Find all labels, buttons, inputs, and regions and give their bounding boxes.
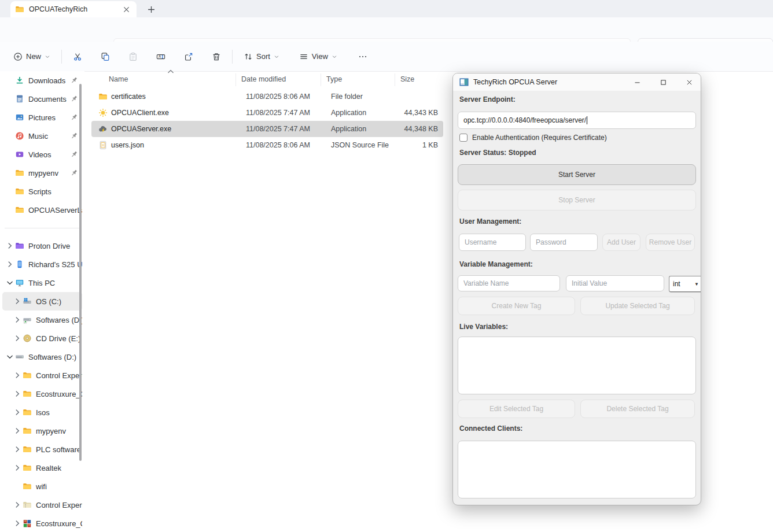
chevron-right-icon[interactable] (5, 260, 15, 269)
sidebar-item[interactable]: Softwares (D:) (2, 311, 82, 329)
initial-value-input[interactable] (572, 279, 658, 287)
file-row[interactable]: certificates 11/08/2025 8:06 AM File fol… (91, 88, 443, 105)
username-field[interactable] (459, 234, 526, 251)
column-separator (321, 73, 321, 86)
svg-text:0: 0 (102, 143, 104, 147)
chevron-right-icon[interactable] (12, 519, 23, 528)
sidebar-item[interactable]: CD Drive (E:) (2, 329, 82, 348)
tab-close-icon[interactable] (120, 3, 132, 15)
sidebar-item[interactable]: Realtek (2, 459, 82, 477)
chevron-down-icon (332, 54, 337, 60)
sidebar-item[interactable]: mypyenv (2, 422, 82, 440)
chevron-right-icon[interactable] (12, 426, 23, 435)
sidebar-item[interactable]: mypyenv (2, 164, 82, 182)
initial-value-field[interactable] (566, 275, 664, 291)
chevron-right-icon[interactable] (12, 315, 23, 324)
sidebar-item[interactable]: PLC software (2, 440, 82, 459)
opcua-server-dialog: TechyRich OPCUA Server Server Endpoint: … (452, 73, 701, 505)
sidebar-item[interactable]: This PC (2, 274, 82, 292)
type-dropdown[interactable]: int ▼ (669, 276, 701, 292)
var-mgmt-label: Variable Management: (459, 260, 533, 268)
sidebar-item[interactable]: Isos (2, 403, 82, 422)
drive-shortcut-icon (23, 315, 32, 324)
sidebar-item[interactable]: Scripts (2, 182, 82, 201)
chevron-right-icon[interactable] (12, 371, 23, 380)
sidebar-item[interactable]: wifi (2, 477, 82, 496)
file-row[interactable]: 0 users.json 11/08/2025 8:06 AM JSON Sou… (91, 137, 443, 153)
variable-name-field[interactable] (458, 275, 560, 291)
start-server-button[interactable]: Start Server (458, 164, 696, 185)
maximize-icon[interactable] (654, 75, 672, 90)
sidebar-item[interactable]: OS (C:) (2, 292, 82, 311)
delete-button[interactable] (207, 47, 226, 66)
cloud-app-icon (98, 124, 108, 134)
column-headers: Name Date modified Type Size (87, 71, 447, 88)
sidebar-item[interactable]: Control Expert (2, 366, 82, 385)
chevron-right-icon[interactable] (12, 445, 23, 454)
column-header-size[interactable]: Size (400, 75, 414, 83)
folder-icon (15, 187, 24, 196)
tab-bar: OPCUATechyRich (0, 0, 773, 17)
sidebar-item[interactable]: Richard's S25 Ul (2, 255, 82, 274)
user-mgmt-label: User Management: (459, 217, 521, 226)
sort-button[interactable]: Sort (238, 47, 285, 66)
variable-name-input[interactable] (463, 279, 554, 287)
sidebar-item[interactable]: Softwares (D:) (2, 348, 82, 366)
sidebar-item[interactable]: Documents (2, 90, 82, 108)
live-variables-listbox[interactable] (458, 337, 696, 394)
folder-zip-icon (23, 500, 32, 509)
sidebar-item[interactable]: Ecostruxure_C (2, 385, 82, 403)
folder-icon (23, 408, 32, 417)
chevron-right-icon[interactable] (12, 408, 23, 417)
text-caret (587, 116, 587, 124)
endpoint-input[interactable]: opc.tcp://0.0.0.0:4840/freeopcua/server/ (458, 112, 696, 129)
rename-button[interactable]: A (151, 47, 171, 66)
navigation-pane: Downloads Documents Pictures Music Video… (0, 71, 84, 532)
folder-icon (23, 389, 32, 398)
file-row[interactable]: OPCUAServer.exe 11/08/2025 7:47 AM Appli… (91, 121, 443, 137)
more-options-button[interactable] (353, 47, 373, 66)
new-button[interactable]: New (8, 47, 56, 66)
chevron-right-icon[interactable] (12, 297, 23, 306)
chevron-right-icon[interactable] (12, 389, 23, 398)
chevron-right-icon[interactable] (12, 500, 23, 509)
column-header-type[interactable]: Type (326, 75, 342, 83)
sidebar-item[interactable]: OPCUAServerLa (2, 201, 82, 219)
proton-folder-icon (15, 241, 24, 250)
cut-button[interactable] (68, 47, 87, 66)
remove-user-button: Remove User (646, 234, 695, 251)
auth-checkbox[interactable] (459, 134, 468, 142)
sidebar-scrollbar[interactable] (79, 84, 82, 461)
new-tab-button[interactable] (143, 2, 159, 17)
sidebar-item[interactable]: Downloads (2, 71, 82, 90)
connected-clients-listbox[interactable] (458, 441, 696, 498)
explorer-tab[interactable]: OPCUATechyRich (10, 1, 137, 17)
create-tag-button: Create New Tag (458, 297, 575, 315)
column-header-name[interactable]: Name (109, 75, 128, 83)
sidebar-item[interactable]: Ecostruxure_C (2, 514, 82, 532)
view-button[interactable]: View (294, 47, 343, 66)
close-icon[interactable] (680, 75, 698, 90)
minimize-icon[interactable] (628, 75, 646, 90)
copy-button[interactable] (95, 47, 115, 66)
password-input[interactable] (536, 238, 592, 246)
password-field[interactable] (530, 234, 598, 251)
sidebar-item[interactable]: Pictures (2, 108, 82, 127)
chevron-right-icon[interactable] (12, 334, 23, 343)
chevron-right-icon[interactable] (12, 463, 23, 472)
sidebar-item[interactable]: Control Expert (2, 496, 82, 514)
sidebar-item[interactable]: Proton Drive (2, 237, 82, 255)
sidebar-item[interactable]: Music (2, 127, 82, 145)
chevron-down-icon[interactable] (5, 352, 15, 361)
chevron-right-icon[interactable] (5, 241, 15, 250)
share-button[interactable] (179, 47, 198, 66)
column-header-date[interactable]: Date modified (241, 75, 286, 83)
downloads-icon (15, 76, 24, 85)
sun-app-icon (98, 108, 108, 117)
toolbar-divider (232, 50, 233, 64)
file-row[interactable]: OPCUAClient.exe 11/08/2025 7:47 AM Appli… (91, 105, 443, 121)
music-icon (15, 131, 24, 141)
chevron-down-icon[interactable] (5, 278, 15, 287)
sidebar-item[interactable]: Videos (2, 145, 82, 164)
username-input[interactable] (465, 238, 520, 246)
